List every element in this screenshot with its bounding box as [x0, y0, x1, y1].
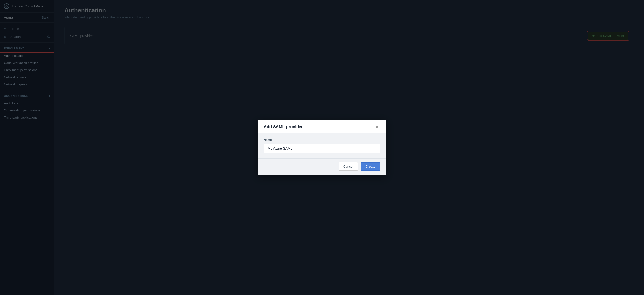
modal-title: Add SAML provider: [264, 125, 303, 129]
create-button[interactable]: Create: [360, 162, 380, 171]
main-content: Authentication Integrate identity provid…: [54, 0, 644, 295]
name-input[interactable]: [264, 144, 380, 153]
modal-close-button[interactable]: ✕: [374, 124, 380, 130]
modal-footer: Cancel Create: [258, 158, 386, 175]
add-saml-modal: Add SAML provider ✕ Name Cancel Create: [258, 120, 386, 175]
modal-body: Name: [258, 133, 386, 158]
cancel-button[interactable]: Cancel: [338, 162, 358, 171]
modal-overlay: Add SAML provider ✕ Name Cancel Create: [54, 0, 644, 295]
modal-header: Add SAML provider ✕: [258, 120, 386, 133]
name-label: Name: [264, 138, 380, 142]
